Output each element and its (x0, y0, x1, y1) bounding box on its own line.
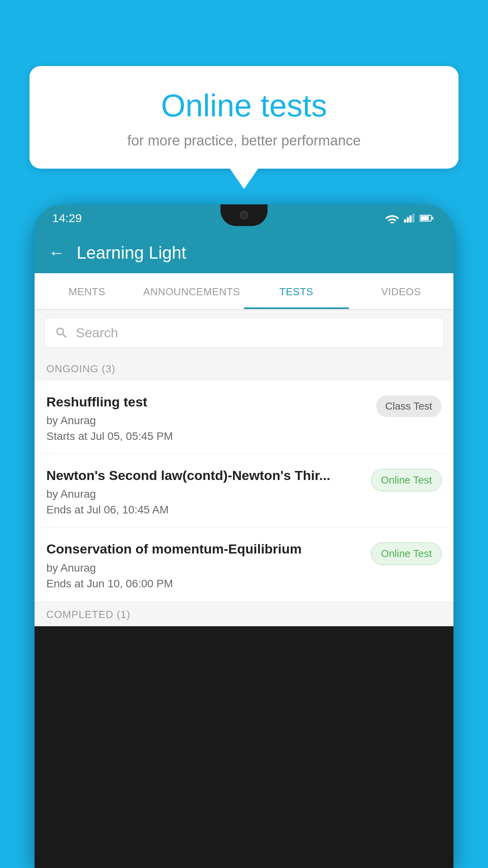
test-item[interactable]: Reshuffling test by Anurag Starts at Jul… (35, 381, 453, 454)
search-bar-container: Search (35, 310, 453, 356)
app-bar-title: Learning Light (77, 243, 186, 263)
speech-bubble-subtitle: for more practice, better performance (53, 132, 435, 149)
svg-rect-0 (404, 219, 406, 223)
test-item[interactable]: Conservation of momentum-Equilibrium by … (35, 528, 453, 601)
phone-frame: 14:29 ← Learning Light (35, 204, 453, 868)
tab-tests[interactable]: TESTS (244, 273, 349, 309)
tests-list: Reshuffling test by Anurag Starts at Jul… (35, 381, 453, 601)
svg-rect-1 (407, 217, 409, 223)
status-time: 14:29 (52, 211, 82, 225)
svg-rect-3 (412, 214, 415, 223)
tab-announcements[interactable]: ANNOUNCEMENTS (139, 273, 244, 309)
signal-icon (404, 213, 415, 223)
wifi-icon (385, 213, 399, 223)
test-name: Conservation of momentum-Equilibrium (46, 540, 363, 557)
test-date: Ends at Jun 10, 06:00 PM (46, 577, 363, 590)
test-info: Newton's Second law(contd)-Newton's Thir… (46, 467, 363, 516)
test-author: by Anurag (46, 562, 363, 574)
search-placeholder: Search (76, 325, 118, 340)
test-name: Newton's Second law(contd)-Newton's Thir… (46, 467, 363, 484)
battery-icon (420, 214, 434, 223)
test-badge: Class Test (376, 395, 442, 417)
test-info: Conservation of momentum-Equilibrium by … (46, 540, 363, 590)
speech-bubble: Online tests for more practice, better p… (29, 66, 459, 169)
camera-icon (240, 211, 248, 219)
test-item[interactable]: Newton's Second law(contd)-Newton's Thir… (35, 454, 453, 528)
search-icon (55, 326, 69, 340)
completed-section-header: COMPLETED (1) (35, 601, 453, 626)
test-date: Starts at Jul 05, 05:45 PM (46, 430, 368, 443)
svg-rect-2 (409, 215, 412, 223)
svg-rect-5 (420, 216, 429, 221)
content-area: Search ONGOING (3) Reshuffling test by A… (35, 310, 453, 626)
test-author: by Anurag (46, 414, 368, 427)
search-input-wrapper[interactable]: Search (44, 318, 444, 348)
back-button[interactable]: ← (48, 243, 65, 262)
tab-ments[interactable]: MENTS (35, 273, 139, 309)
speech-bubble-title: Online tests (53, 88, 435, 124)
test-badge: Online Test (371, 542, 442, 565)
test-date: Ends at Jul 06, 10:45 AM (46, 504, 363, 516)
app-bar: ← Learning Light (35, 232, 453, 273)
test-info: Reshuffling test by Anurag Starts at Jul… (46, 393, 368, 443)
tabs-container: MENTS ANNOUNCEMENTS TESTS VIDEOS (35, 273, 453, 310)
test-author: by Anurag (46, 488, 363, 500)
tab-videos[interactable]: VIDEOS (349, 273, 454, 309)
svg-rect-6 (432, 217, 433, 219)
test-name: Reshuffling test (46, 393, 368, 410)
phone-notch (220, 204, 268, 226)
ongoing-section-header: ONGOING (3) (35, 356, 453, 381)
status-icons (385, 213, 434, 223)
test-badge: Online Test (371, 469, 442, 491)
